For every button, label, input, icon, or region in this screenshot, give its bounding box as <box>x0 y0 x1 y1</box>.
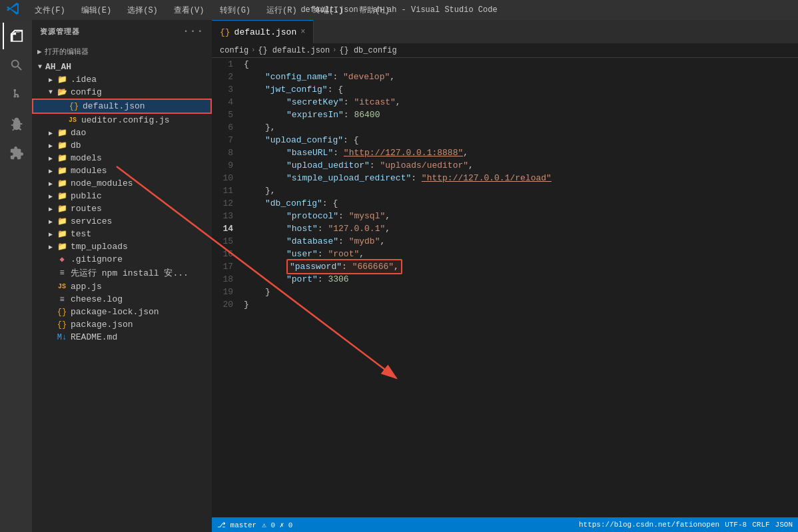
line-num-16: 16 <box>220 248 244 260</box>
code-line-9: 9 "upload_ueditor": "uploads/ueditor", <box>220 159 798 172</box>
menu-goto[interactable]: 转到(G) <box>216 3 254 17</box>
tree-public[interactable]: ▶ 📁 public <box>32 190 212 202</box>
line-num-3: 3 <box>220 83 244 96</box>
activity-search[interactable] <box>3 52 29 79</box>
package-lock-label: package-lock.json <box>71 307 212 317</box>
open-editors-header[interactable]: ▶ 打开的编辑器 <box>32 45 212 58</box>
code-line-15: 15 "database": "mydb", <box>220 235 798 248</box>
models-label: models <box>71 153 212 163</box>
menu-file[interactable]: 文件(F) <box>31 3 69 17</box>
activity-source-control[interactable] <box>3 81 29 108</box>
test-label: test <box>71 229 212 239</box>
txt-icon: ≡ <box>56 268 68 278</box>
sidebar-menu-dots[interactable]: ··· <box>183 25 204 37</box>
code-line-7: 7 "upload_config": { <box>220 134 798 146</box>
code-line-14: 14 "host": "127.0.0.1", <box>220 222 798 235</box>
tab-label: default.json <box>234 27 297 37</box>
code-line-4: 4 "secretKey": "itcast", <box>220 96 798 109</box>
tmp-uploads-folder-icon: 📁 <box>56 242 68 252</box>
code-content-1: { <box>244 58 249 71</box>
node-modules-arrow: ▶ <box>45 180 56 188</box>
modules-folder-icon: 📁 <box>56 166 68 176</box>
services-folder-icon: 📁 <box>56 216 68 226</box>
key-upload-ueditor: "upload_ueditor" <box>286 160 370 170</box>
code-line-20: 20 } <box>220 298 798 311</box>
tmp-uploads-label: tmp_uploads <box>71 242 212 252</box>
breadcrumb-config[interactable]: config <box>220 46 248 55</box>
key-expiresin: "expiresIn" <box>286 110 344 120</box>
models-folder-icon: 📁 <box>56 153 68 163</box>
code-line-11: 11 }, <box>220 184 798 197</box>
key-database: "database" <box>286 236 338 246</box>
activity-explorer[interactable] <box>3 23 29 49</box>
code-line-2: 2 "config_name": "develop", <box>220 71 798 83</box>
status-url: https://blog.csdn.net/fationopen <box>579 521 719 529</box>
tree-services[interactable]: ▶ 📁 services <box>32 215 212 228</box>
menu-view[interactable]: 查看(V) <box>170 3 208 17</box>
language-mode[interactable]: JSON <box>775 521 793 529</box>
line-num-8: 8 <box>220 146 244 159</box>
test-arrow: ▶ <box>45 230 56 238</box>
menu-select[interactable]: 选择(S) <box>123 3 162 17</box>
tree-idea[interactable]: ▶ 📁 .idea <box>32 73 212 86</box>
open-editors-label: 打开的编辑器 <box>45 47 89 57</box>
tree-modules[interactable]: ▶ 📁 modules <box>32 164 212 177</box>
breadcrumb-default-json[interactable]: {} default.json <box>258 46 330 55</box>
public-folder-icon: 📁 <box>56 191 68 201</box>
tree-default-json[interactable]: {} default.json <box>32 99 212 114</box>
tree-package-lock[interactable]: {} package-lock.json <box>32 306 212 318</box>
tree-node-modules[interactable]: ▶ 📁 node_modules <box>32 177 212 190</box>
config-label: config <box>71 87 212 97</box>
cheese-log-label: cheese.log <box>71 294 212 304</box>
line-num-6: 6 <box>220 121 244 134</box>
routes-folder-icon: 📁 <box>56 204 68 214</box>
tree-cheese-log[interactable]: ≡ cheese.log <box>32 293 212 306</box>
tree-db[interactable]: ▶ 📁 db <box>32 139 212 152</box>
line-num-14: 14 <box>220 222 244 235</box>
tree-readme[interactable]: M↓ README.md <box>32 331 212 344</box>
line-ending[interactable]: CRLF <box>752 521 769 529</box>
code-line-13: 13 "protocol": "mysql", <box>220 210 798 222</box>
problems-indicator[interactable]: ⚠ 0 ✗ 0 <box>262 521 292 529</box>
tree-test[interactable]: ▶ 📁 test <box>32 228 212 240</box>
line-num-9: 9 <box>220 159 244 172</box>
tree-npm-install[interactable]: ≡ 先运行 npm install 安... <box>32 266 212 280</box>
tree-package-json[interactable]: {} package.json <box>32 318 212 331</box>
tmp-uploads-arrow: ▶ <box>45 243 56 251</box>
tree-ueditor[interactable]: JS ueditor.config.js <box>32 114 212 127</box>
menu-edit[interactable]: 编辑(E) <box>77 3 116 17</box>
tree-routes[interactable]: ▶ 📁 routes <box>32 202 212 215</box>
tree-gitignore[interactable]: ◆ .gitignore <box>32 253 212 266</box>
models-arrow: ▶ <box>45 154 56 162</box>
git-branch[interactable]: ⎇ master <box>217 521 256 529</box>
encoding[interactable]: UTF-8 <box>725 521 747 529</box>
default-json-label: default.json <box>83 101 210 111</box>
tree-models[interactable]: ▶ 📁 models <box>32 152 212 164</box>
tree-app-js[interactable]: JS app.js <box>32 280 212 293</box>
menu-run[interactable]: 运行(R) <box>262 3 301 17</box>
public-arrow: ▶ <box>45 192 56 200</box>
open-editors-section: ▶ 打开的编辑器 <box>32 43 212 61</box>
code-line-1: 1 { <box>220 58 798 71</box>
password-highlight-box: "password": "666666", <box>286 259 402 274</box>
tree-config[interactable]: ▼ 📂 config <box>32 86 212 99</box>
tree-root[interactable]: ▼ AH_AH <box>32 61 212 73</box>
db-folder-icon: 📁 <box>56 140 68 150</box>
activity-extensions[interactable] <box>3 140 29 166</box>
pkg-lock-icon: {} <box>56 308 68 317</box>
breadcrumb-db-config[interactable]: {} db_config <box>339 46 396 55</box>
activity-debug[interactable] <box>3 111 29 137</box>
package-json-label: package.json <box>71 320 212 330</box>
code-editor[interactable]: 1 { 2 "config_name": "develop", 3 "jwt_c… <box>212 58 798 517</box>
tab-default-json[interactable]: {} default.json × <box>212 20 314 43</box>
routes-label: routes <box>71 204 212 214</box>
tab-close-button[interactable]: × <box>300 27 305 37</box>
code-content-20: } <box>244 298 249 311</box>
tree-tmp-uploads[interactable]: ▶ 📁 tmp_uploads <box>32 240 212 253</box>
open-editors-arrow: ▶ <box>37 47 42 56</box>
title-bar: 文件(F) 编辑(E) 选择(S) 查看(V) 转到(G) 运行(R) 终端(I… <box>0 0 798 20</box>
line-num-5: 5 <box>220 109 244 121</box>
tree-dao[interactable]: ▶ 📁 dao <box>32 127 212 139</box>
line-num-7: 7 <box>220 134 244 146</box>
key-secretkey: "secretKey" <box>286 97 344 107</box>
